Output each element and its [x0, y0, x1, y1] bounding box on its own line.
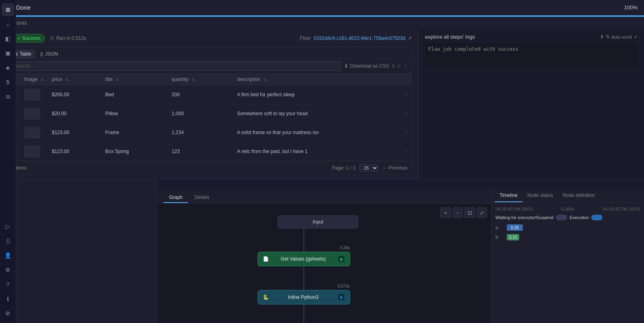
zoom-out-btn[interactable]: − — [452, 207, 463, 218]
sidebar-icon-settings2[interactable]: ⚙ — [2, 307, 14, 320]
var-b-bar: 0.15 — [507, 234, 519, 240]
external-link-icon: ↗ — [408, 35, 412, 41]
table-row: $123.00 Box Spring 123 A relic from the … — [157, 142, 411, 161]
download-csv-button[interactable]: ⬇ Download as CSV — [344, 63, 389, 69]
col-description[interactable]: description ⇅ — [233, 74, 402, 85]
sort-icon-quantity[interactable]: ⇅ — [192, 77, 195, 82]
explore-header: explore all steps' logs ⬇ ⇅ Auto scroll … — [425, 34, 638, 40]
sidebar-icon-help[interactable]: ? — [2, 278, 14, 291]
page-size-select[interactable]: 25 — [359, 164, 378, 172]
python-badge: b — [338, 294, 345, 301]
graph-canvas: + − ⊡ ⤢ Input 0.28s 📄 Get Values (gs — [157, 203, 491, 322]
log-text: Flow job completed with success — [428, 46, 518, 52]
tab-node-status-label: Node status — [527, 193, 553, 198]
result-panel-header: × Done 100% — [157, 0, 644, 15]
row-description-2: A solid frame so that your mattress isn — [233, 123, 402, 142]
sidebar-icon-home[interactable]: ⊞ — [2, 3, 14, 16]
row-description-0: A firm bed for perfect sleep — [233, 85, 402, 104]
sidebar-icon-info[interactable]: ℹ — [2, 292, 14, 305]
sidebar-icon-code[interactable]: ⟨⟩ — [2, 234, 14, 247]
timestamp-right: 04:20:45 PM 28/10 — [603, 207, 640, 211]
input-node-label: Input — [313, 219, 324, 225]
sidebar-icon-play[interactable]: ▷ — [2, 220, 14, 233]
timestamp-left: 04:20:45 PM 28/10 — [495, 207, 533, 211]
input-node[interactable]: Input — [278, 215, 358, 228]
sidebar-icon-nav[interactable]: ◧ — [2, 32, 14, 45]
zoom-in-btn[interactable]: + — [440, 207, 451, 218]
log-content: Flow job completed with success — [425, 43, 638, 67]
tab-node-definition[interactable]: Node definition — [558, 189, 600, 202]
table-search-input[interactable] — [157, 61, 341, 71]
execution-toggle[interactable] — [591, 215, 603, 220]
get-values-doc-icon: 📄 — [263, 256, 269, 262]
row-expand-0[interactable]: › — [402, 85, 411, 104]
prev-button[interactable]: ← Previous — [382, 165, 407, 171]
graph-tabs: Graph Details — [157, 189, 491, 203]
timeline-header-row: 04:20:45 PM 28/10 0.388s 04:20:45 PM 28/… — [495, 207, 640, 211]
col-quantity[interactable]: quantity ⇅ — [168, 74, 233, 85]
connector-3 — [303, 305, 304, 322]
row-quantity-0: 200 — [168, 85, 233, 104]
tab-timeline-label: Timeline — [500, 193, 518, 198]
timeline-tabs: Timeline Node status Node definition — [491, 189, 644, 203]
duration: 0.388s — [561, 207, 574, 211]
toolbar-icons: ℹ ⤢ ⋮ — [392, 63, 408, 69]
col-expand — [402, 74, 411, 85]
fullscreen-btn[interactable]: ⤢ — [477, 207, 487, 218]
connector-2 — [303, 266, 304, 290]
explore-logs-label: explore all steps' logs — [425, 34, 475, 40]
table-toolbar: ⬇ Download as CSV ℹ ⤢ ⋮ — [157, 59, 411, 74]
table-view: ⊞ Table {} JSON ⬇ Download as CSV — [157, 47, 412, 175]
col-title[interactable]: title ⇅ — [157, 74, 168, 85]
tab-graph[interactable]: Graph — [163, 193, 188, 203]
inline-python-node[interactable]: 0.073s 🐍 Inline Python3 b — [258, 290, 350, 304]
row-expand-3[interactable]: › — [402, 142, 411, 161]
no-inputs-label: No inputs — [157, 17, 644, 29]
tab-details[interactable]: Details — [189, 193, 215, 203]
inline-python-label: Inline Python3 — [288, 294, 318, 300]
csv-label: Download as CSV — [350, 63, 389, 69]
table-row: $123.00 Frame 1,234 A solid frame so tha… — [157, 123, 411, 142]
expand-icon-btn[interactable]: ⤢ — [397, 63, 401, 69]
more-options-btn[interactable]: ⋮ — [403, 63, 408, 69]
sidebar-icon-layers[interactable]: ⧉ — [2, 90, 14, 103]
var-a-value: 0.35 — [511, 226, 518, 230]
get-values-node[interactable]: 0.28s 📄 Get Values (gsheets) a — [258, 252, 350, 266]
sidebar-icon-box[interactable]: ▣ — [2, 47, 14, 60]
fit-btn[interactable]: ⊡ — [464, 207, 475, 218]
row-expand-1[interactable]: › — [402, 104, 411, 123]
graph-controls: + − ⊡ ⤢ — [440, 207, 487, 218]
result-body: ✓ ✓ Success ⏱ Ran in 0.512s Flow: 0192d4… — [157, 29, 644, 180]
download-logs-icon[interactable]: ⬇ — [600, 34, 604, 39]
col-quantity-label: quantity — [172, 77, 189, 82]
table-row: $20.00 Pillow 1,000 Somewhere soft to la… — [157, 104, 411, 123]
row-title-0: Bed — [157, 85, 168, 104]
tab-timeline[interactable]: Timeline — [495, 189, 522, 202]
download-icon: ⬇ — [344, 63, 348, 69]
graph-panel-outer: Graph Details + − ⊡ ⤢ In — [157, 189, 491, 323]
sidebar-icon-search[interactable]: ⌕ — [2, 18, 14, 31]
sidebar-icon-chart[interactable]: ◈ — [2, 61, 14, 74]
auto-scroll-label: Auto scroll — [611, 35, 632, 39]
flow-id-link[interactable]: 0192d4c9-c181-d623-94e1-758a4c67503d — [314, 35, 405, 41]
sort-icon-description[interactable]: ⇅ — [263, 77, 266, 82]
row-title-2: Frame — [157, 123, 168, 142]
sidebar-icon-gear[interactable]: ⚙ — [2, 263, 14, 276]
table-row: $200.00 Bed 200 A firm bed for perfect s… — [157, 85, 411, 104]
tab-node-status[interactable]: Node status — [522, 189, 558, 202]
sidebar-icon-person[interactable]: 👤 — [2, 249, 14, 262]
result-right: explore all steps' logs ⬇ ⇅ Auto scroll … — [419, 29, 644, 180]
timeline-content: 04:20:45 PM 28/10 0.388s 04:20:45 PM 28/… — [491, 203, 644, 323]
execution-label: Execution — [570, 215, 589, 220]
flow-label: Flow: — [300, 35, 312, 41]
sidebar-icon-dollar[interactable]: $ — [2, 76, 14, 89]
waiting-toggle[interactable] — [556, 215, 567, 220]
col-description-label: description — [237, 77, 260, 82]
sidebar-left: ⊞ ⌕ ◧ ▣ ◈ $ ⧉ ▷ ⟨⟩ 👤 ⚙ ? ℹ ⚙ — [0, 0, 16, 323]
waiting-row: Waiting for executor/Suspend Execution — [495, 215, 640, 220]
row-quantity-1: 1,000 — [168, 104, 233, 123]
info-icon-btn[interactable]: ℹ — [392, 63, 394, 69]
row-expand-2[interactable]: › — [402, 123, 411, 142]
python-timing: 0.073s — [338, 284, 350, 288]
python-snake-icon: 🐍 — [263, 294, 269, 300]
